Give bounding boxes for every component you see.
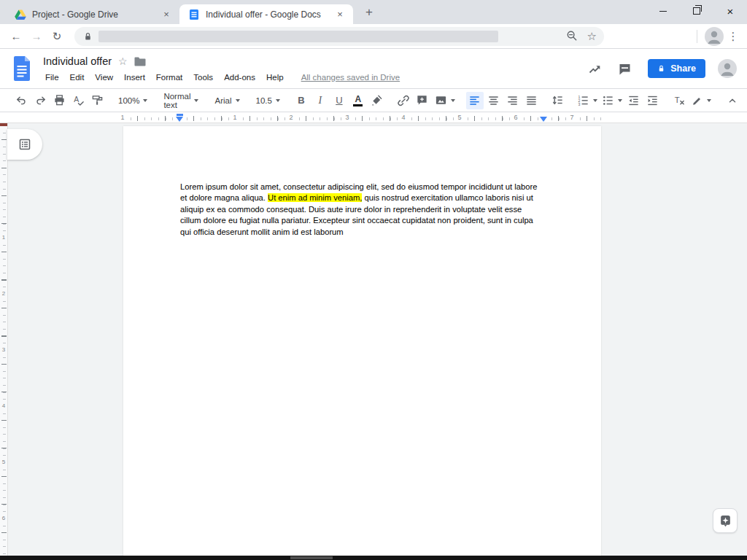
docs-header: Individual offer ☆ File Edit View Insert… — [0, 49, 747, 89]
text-color-button[interactable]: A — [349, 92, 367, 109]
menu-tools[interactable]: Tools — [191, 72, 215, 82]
tab-close-icon[interactable]: × — [160, 9, 172, 20]
bulleted-list-button[interactable] — [600, 92, 624, 109]
menu-format[interactable]: Format — [154, 72, 185, 82]
tab-google-docs[interactable]: Individual offer - Google Docs × — [179, 4, 353, 24]
font-size-value: 10.5 — [256, 96, 272, 105]
svg-text:T: T — [675, 96, 680, 104]
browser-profile-avatar[interactable] — [705, 27, 724, 46]
chevron-down-icon — [194, 99, 198, 102]
move-to-folder-icon[interactable] — [134, 57, 146, 66]
tab-google-drive[interactable]: Project - Google Drive × — [6, 4, 179, 24]
docs-profile-avatar[interactable] — [718, 59, 737, 78]
justify-button[interactable] — [523, 92, 541, 109]
italic-button[interactable]: I — [311, 92, 329, 109]
align-right-button[interactable] — [504, 92, 522, 109]
paragraph-styles-select[interactable]: Normal text — [159, 92, 203, 109]
document-canvas: 123456 Lorem ipsum dolor sit amet, conse… — [0, 123, 747, 560]
top-margin-marker[interactable] — [0, 123, 7, 126]
share-lock-icon — [657, 64, 665, 73]
font-size-select[interactable]: 10.5 — [252, 92, 285, 109]
menu-addons[interactable]: Add-ons — [222, 72, 258, 82]
document-paragraph: Lorem ipsum dolor sit amet, consectetur … — [180, 182, 541, 238]
chevron-down-icon — [276, 99, 280, 102]
star-document-icon[interactable]: ☆ — [118, 55, 128, 67]
svg-text:A: A — [74, 96, 79, 104]
docs-header-actions: Share — [588, 59, 737, 78]
save-status[interactable]: All changes saved in Drive — [301, 73, 400, 82]
window-close-button[interactable]: × — [713, 0, 747, 22]
print-button[interactable] — [50, 92, 68, 109]
chevron-down-icon — [236, 99, 240, 102]
chevron-down-icon — [451, 99, 455, 102]
menu-file[interactable]: File — [43, 72, 61, 82]
text-color-icon: A — [353, 95, 363, 106]
new-tab-button[interactable]: + — [359, 2, 379, 23]
bottom-edge-bar — [0, 556, 747, 560]
ruler-number: 4 — [400, 114, 407, 121]
decrease-indent-button[interactable] — [625, 92, 643, 109]
lock-icon[interactable] — [83, 31, 93, 42]
zoom-select[interactable]: 100% — [114, 92, 152, 109]
highlight-color-button[interactable] — [368, 92, 386, 109]
window-minimize-button[interactable] — [646, 0, 680, 22]
zoom-out-icon[interactable] — [566, 30, 578, 42]
document-page[interactable]: Lorem ipsum dolor sit amet, consectetur … — [123, 126, 601, 560]
insert-image-button[interactable] — [433, 92, 457, 109]
increase-indent-button[interactable] — [644, 92, 662, 109]
clear-formatting-button[interactable]: T — [670, 92, 688, 109]
window-controls: × — [646, 0, 747, 24]
ruler-number: 3 — [0, 346, 7, 353]
redo-button[interactable] — [31, 92, 49, 109]
ruler-number: 1 — [231, 114, 239, 121]
menu-help[interactable]: Help — [264, 72, 286, 82]
left-indent-marker[interactable] — [176, 117, 183, 122]
align-right-icon — [506, 94, 519, 106]
svg-text:3: 3 — [578, 102, 580, 106]
back-button[interactable]: ← — [6, 30, 26, 42]
numbered-list-button[interactable]: 1 2 3 — [576, 92, 599, 109]
ruler-number: 5 — [0, 459, 7, 465]
underline-button[interactable]: U — [330, 92, 348, 109]
comments-icon[interactable] — [618, 63, 632, 75]
add-comment-button[interactable] — [414, 92, 431, 109]
insights-icon[interactable] — [588, 63, 602, 74]
explore-button[interactable] — [713, 508, 738, 533]
browser-window: Project - Google Drive × Individual offe… — [0, 0, 747, 560]
show-outline-button[interactable] — [7, 129, 42, 160]
tab-close-icon[interactable]: × — [334, 9, 346, 20]
paint-format-button[interactable] — [88, 92, 106, 109]
menu-edit[interactable]: Edit — [68, 72, 87, 82]
undo-icon — [15, 94, 28, 106]
collapse-toolbar-button[interactable] — [724, 92, 741, 109]
menu-insert[interactable]: Insert — [122, 72, 147, 82]
align-left-button[interactable] — [466, 92, 484, 109]
forward-button[interactable]: → — [26, 30, 47, 42]
insert-link-button[interactable] — [395, 92, 412, 109]
line-spacing-button[interactable] — [549, 92, 567, 109]
menu-view[interactable]: View — [93, 72, 115, 82]
google-docs-icon — [188, 9, 200, 20]
spellcheck-button[interactable]: A — [69, 92, 87, 109]
reload-button[interactable]: ↻ — [47, 30, 67, 43]
divider — [697, 30, 697, 43]
share-button[interactable]: Share — [648, 59, 705, 78]
print-icon — [53, 94, 66, 106]
window-restore-button[interactable] — [680, 0, 713, 22]
bold-button[interactable]: B — [293, 92, 310, 109]
paint-format-icon — [91, 94, 104, 106]
editing-mode-button[interactable] — [689, 92, 715, 109]
address-bar[interactable]: ☆ — [74, 27, 604, 46]
chevron-down-icon — [618, 99, 622, 102]
browser-menu-icon[interactable]: ⋮ — [724, 30, 743, 43]
document-title[interactable]: Individual offer — [43, 55, 112, 67]
docs-file-icon[interactable] — [12, 56, 31, 81]
horizontal-scrollbar-thumb[interactable] — [290, 556, 333, 559]
font-select[interactable]: Arial — [210, 92, 244, 109]
undo-button[interactable] — [12, 92, 30, 109]
align-center-button[interactable] — [485, 92, 503, 109]
bookmark-star-icon[interactable]: ☆ — [587, 30, 597, 43]
first-line-indent-marker[interactable] — [177, 114, 183, 116]
right-indent-marker[interactable] — [540, 117, 547, 122]
styles-value: Normal text — [163, 92, 190, 109]
